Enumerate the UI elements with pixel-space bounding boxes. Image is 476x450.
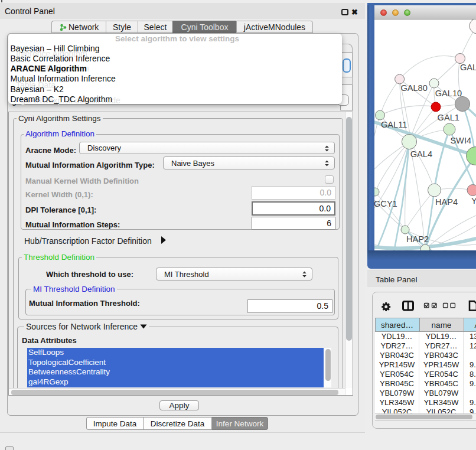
svg-text:GAL1: GAL1 — [438, 113, 459, 122]
svg-text:GAL11: GAL11 — [381, 120, 407, 129]
svg-text:HAP4: HAP4 — [435, 197, 458, 207]
svg-text:GAL4: GAL4 — [410, 149, 432, 159]
svg-text:SWI4: SWI4 — [450, 136, 471, 145]
svg-text:YKL: YKL — [471, 196, 476, 206]
svg-text:GAL7: GAL7 — [460, 63, 476, 72]
svg-text:GAL10: GAL10 — [435, 89, 462, 98]
svg-text:HAP2: HAP2 — [406, 234, 429, 244]
svg-text:GCY1: GCY1 — [374, 199, 397, 208]
svg-text:GAL80: GAL80 — [400, 83, 427, 93]
